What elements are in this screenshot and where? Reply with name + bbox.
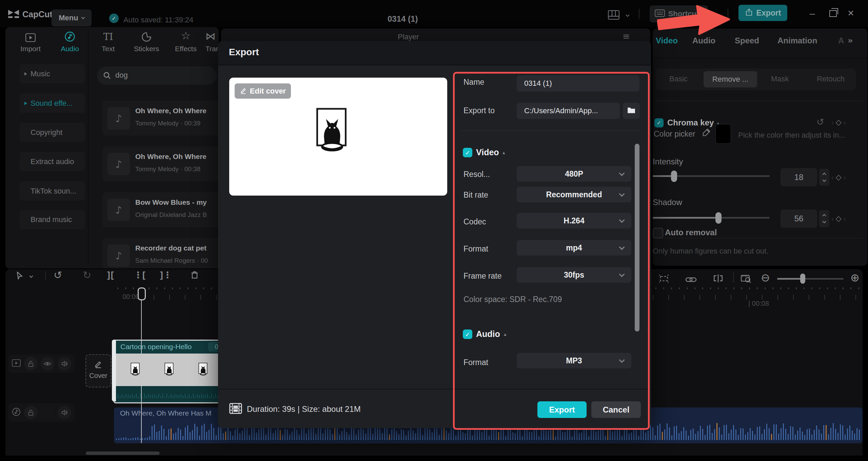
audio-track-controls [8,403,75,422]
zoom-in-icon[interactable]: ⊕ [850,271,860,284]
auto-cutout-icon[interactable] [658,274,669,286]
zoom-out-icon[interactable]: ⊖ [761,271,770,284]
tab-animation[interactable]: Animation [777,36,817,45]
trash-icon[interactable] [190,270,199,282]
audio-clip-title: Oh Where, Oh Where Has M [120,409,212,417]
horizontal-scrollbar[interactable] [86,452,160,455]
category-sound-effects[interactable]: Sound effe... [20,94,85,113]
timeline-zoom-handle[interactable] [800,274,805,284]
player-menu-icon[interactable]: ≡ [623,31,630,41]
delete-right-icon[interactable]: ]⋮ [160,270,172,280]
playhead-handle[interactable] [138,287,146,300]
split-icon[interactable]: ][ [107,270,114,280]
link-icon[interactable] [686,275,696,286]
category-tiktok-sounds[interactable]: TikTok soun... [20,181,85,201]
lock-icon[interactable] [24,406,38,419]
timeline-scale-icon[interactable] [741,274,751,286]
tab-audio[interactable]: Audio [692,36,715,45]
tab-effects[interactable]: ☆ Effects [169,30,203,53]
color-swatch[interactable] [715,124,731,144]
tab-speed[interactable]: Speed [735,36,759,45]
subtab-mask[interactable]: Mask [771,75,789,83]
eyedropper-icon[interactable] [701,128,711,139]
shadow-value[interactable]: 56 [781,209,817,228]
tab-label: Audio [53,45,87,53]
category-label: Extract audio [31,157,74,166]
speaker-icon[interactable] [58,406,71,419]
intensity-slider-handle[interactable] [671,171,677,182]
tab-import[interactable]: Import [14,30,47,53]
divider [656,101,863,101]
film-icon [229,403,242,415]
list-item[interactable]: ♪ Recorder dog cat pet Sam Michael Roger… [102,238,222,268]
tab-video[interactable]: Video [656,36,678,45]
auto-removal-checkbox[interactable] [653,228,663,238]
edit-cover-button[interactable]: Edit cover [235,83,291,99]
cover-preview: Edit cover [229,78,447,196]
track-title: Recorder dog cat pet [135,244,220,252]
restore-button[interactable] [829,10,837,17]
empty-slot [41,406,54,419]
subtab-retouch[interactable]: Retouch [817,75,845,83]
mirror-split-icon[interactable] [713,274,724,285]
lock-icon[interactable] [24,357,38,370]
category-label: Music [31,69,50,78]
select-tool-icon[interactable] [15,271,24,283]
tab-audio[interactable]: Audio [53,30,87,53]
keyframe-controls[interactable]: ‹ ◇ › [831,214,846,223]
search-icon [103,72,111,81]
track-subtitle: Tommy Melody · 00:39 [135,120,220,127]
close-button[interactable]: × [848,7,854,19]
clip-left-handle[interactable] [112,340,116,401]
intensity-value[interactable]: 18 [781,168,817,186]
category-copyright[interactable]: Copyright [20,123,85,142]
category-label: Brand music [31,215,72,224]
list-item[interactable]: ♪ Bow Wow Blues - my Original Dixieland … [102,192,222,227]
music-note-icon: ♪ [107,107,130,129]
redo-icon[interactable]: ↺ [83,269,91,281]
tab-overflow-chevrons[interactable]: » [848,36,853,45]
keyframe-controls[interactable]: ‹ ◇ › [831,118,846,127]
frame-thumbnail [130,362,141,377]
select-tool-chevron-icon[interactable] [29,274,33,278]
search-input[interactable]: dog [97,66,217,85]
playhead-line[interactable] [141,288,142,443]
reset-icon[interactable]: ↺ [816,117,824,127]
category-brand-music[interactable]: Brand music [20,210,85,229]
list-item[interactable]: ♪ Oh Where, Oh Where Tommy Melody · 00:3… [102,146,222,181]
minimize-button[interactable]: – [810,8,815,19]
intensity-slider-fill [653,175,674,177]
layout-chevron-icon[interactable] [626,13,629,17]
pencil-icon [94,360,103,370]
star-icon: ☆ [169,30,203,42]
subtab-remove-bg[interactable]: Remove ... [704,71,757,87]
layout-view-icon[interactable] [608,10,619,21]
shadow-stepper[interactable] [819,210,829,227]
category-extract-audio[interactable]: Extract audio [20,152,85,171]
tab-text[interactable]: TI Text [91,30,125,53]
intensity-stepper[interactable] [819,169,829,186]
eye-icon[interactable] [41,357,54,370]
shadow-slider-handle[interactable] [715,212,722,224]
subtab-basic[interactable]: Basic [669,75,688,83]
delete-left-icon[interactable]: ⋮[ [134,270,145,280]
tab-clipped[interactable]: A [838,36,844,45]
divider [88,31,88,265]
tab-stickers[interactable]: Stickers [130,30,163,53]
video-track-icon [12,359,21,368]
speaker-icon[interactable] [58,357,71,370]
clip-title: Cartoon opening-Hello [120,343,192,351]
export-button[interactable]: Export [738,5,787,21]
player-title: Player [398,33,419,41]
keyframe-controls[interactable]: ‹ ◇ › [831,173,846,182]
tab-label: Import [14,45,47,53]
menu-button[interactable]: Menu [52,9,92,26]
export-info: Duration: 39s | Size: about 21M [247,404,361,414]
dialog-header[interactable]: Export [218,41,651,65]
keyframe-diamond-icon: ◇ [836,214,842,223]
cover-button[interactable]: Cover [85,354,111,387]
undo-icon[interactable]: ↺ [54,269,62,281]
list-item[interactable]: ♪ Oh Where, Oh Where Tommy Melody · 00:3… [102,101,222,136]
chroma-key-checkbox[interactable]: ✓ [654,118,664,127]
category-music[interactable]: Music [20,64,85,83]
